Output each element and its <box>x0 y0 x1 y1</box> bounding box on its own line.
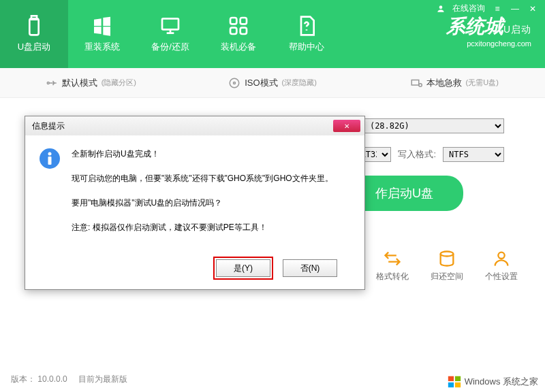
header: 在线咨询 ≡ — ✕ U盘启动 重装系统 备份/还原 装机必备 帮助中心 系统城… <box>0 0 545 68</box>
tab-sublabel: (隐藏分区) <box>102 78 136 88</box>
tab-sublabel: (深度隐藏) <box>282 78 317 88</box>
footer: 版本： 10.0.0.0 目前为最新版 <box>11 374 127 385</box>
monitor-icon <box>159 15 181 37</box>
nav-backup[interactable]: 备份/还原 <box>136 0 204 68</box>
nav-help[interactable]: 帮助中心 <box>272 0 341 68</box>
nav-label: U盘启动 <box>18 41 50 53</box>
write-select[interactable]: NTFS <box>443 147 504 162</box>
brand-name: 系统城 <box>446 16 503 37</box>
person-icon <box>492 249 511 268</box>
svg-rect-6 <box>230 28 236 34</box>
write-label: 写入格式: <box>398 148 436 161</box>
svg-rect-4 <box>230 18 236 24</box>
tool-space[interactable]: 归还空间 <box>431 249 463 282</box>
version-value: 10.0.0.0 <box>37 374 67 384</box>
apps-icon <box>228 15 249 37</box>
svg-point-14 <box>441 252 454 257</box>
svg-rect-7 <box>240 28 247 34</box>
svg-point-15 <box>498 252 504 259</box>
tab-sublabel: (无需U盘) <box>466 78 499 88</box>
svg-point-9 <box>230 78 239 88</box>
tab-local[interactable]: 本地急救 (无需U盘) <box>363 68 545 97</box>
version-status: 目前为最新版 <box>78 374 127 384</box>
yes-button[interactable]: 是(Y) <box>216 259 270 277</box>
nav-reinstall[interactable]: 重装系统 <box>68 0 136 68</box>
windows-icon <box>91 15 113 37</box>
support-icon <box>436 4 446 14</box>
svg-point-8 <box>47 82 49 84</box>
disk-icon <box>437 249 456 268</box>
svg-point-21 <box>48 152 52 156</box>
consult-link[interactable]: 在线咨询 <box>452 3 485 14</box>
version-label: 版本： <box>11 374 35 384</box>
convert-icon <box>383 249 402 268</box>
dialog-text: 全新制作启动U盘完成！ 现可启动您的电脑，但要"装系统"还得下载"GHO系统"到… <box>72 148 333 246</box>
dialog-titlebar: 信息提示 ✕ <box>25 116 364 135</box>
tool-label: 归还空间 <box>431 271 463 282</box>
nav-label: 备份/还原 <box>151 41 189 53</box>
watermark: Windows 系统之家 <box>447 374 538 389</box>
dialog-buttons: 是(Y) 否(N) <box>25 252 364 289</box>
tab-label: ISO模式 <box>245 77 277 89</box>
usb-small-icon <box>46 77 58 89</box>
svg-rect-5 <box>240 18 247 24</box>
tab-iso[interactable]: ISO模式 (深度隐藏) <box>182 68 364 97</box>
nav-label: 装机必备 <box>221 41 256 53</box>
dialog-line2: 现可启动您的电脑，但要"装系统"还得下载"GHO系统"到GHO文件夹里。 <box>72 172 333 184</box>
nav-usb-boot[interactable]: U盘启动 <box>0 0 68 68</box>
svg-rect-1 <box>29 18 38 35</box>
dialog-line4: 注意: 模拟器仅作启动测试，建议不要测试PE等工具！ <box>72 221 333 233</box>
brand-domain: pcxitongcheng.com <box>446 39 531 48</box>
info-icon <box>39 148 61 246</box>
dialog-title: 信息提示 <box>32 120 65 132</box>
minimize-icon[interactable]: — <box>510 4 520 14</box>
dialog-line3: 要用"电脑模拟器"测试U盘的启动情况吗？ <box>72 197 333 209</box>
svg-point-0 <box>439 5 443 9</box>
svg-point-12 <box>418 83 422 86</box>
disc-icon <box>228 77 240 89</box>
svg-rect-3 <box>162 18 178 29</box>
no-button[interactable]: 否(N) <box>283 259 337 277</box>
nav-label: 帮助中心 <box>289 41 324 53</box>
brand: 系统城U启动 pcxitongcheng.com <box>446 14 531 48</box>
tab-default[interactable]: 默认模式 (隐藏分区) <box>0 68 182 97</box>
windows-logo-icon <box>447 374 462 389</box>
rescue-icon <box>410 77 422 89</box>
tool-label: 格式转化 <box>376 271 409 282</box>
svg-rect-11 <box>411 80 419 85</box>
tool-convert[interactable]: 格式转化 <box>376 249 409 282</box>
tabs: 默认模式 (隐藏分区) ISO模式 (深度隐藏) 本地急救 (无需U盘) <box>0 68 545 98</box>
tool-label: 个性设置 <box>485 271 518 282</box>
tab-label: 本地急救 <box>426 77 462 89</box>
watermark-text: Windows 系统之家 <box>465 376 538 388</box>
tab-label: 默认模式 <box>62 77 97 89</box>
nav-label: 重装系统 <box>84 41 120 53</box>
dialog-line1: 全新制作启动U盘完成！ <box>72 148 333 160</box>
dialog-close-button[interactable]: ✕ <box>333 120 360 132</box>
usb-icon <box>23 15 45 37</box>
menu-icon[interactable]: ≡ <box>492 4 503 14</box>
dialog-body: 全新制作启动U盘完成！ 现可启动您的电脑，但要"装系统"还得下载"GHO系统"到… <box>25 135 364 252</box>
help-icon <box>296 15 317 37</box>
svg-rect-17 <box>455 376 461 381</box>
svg-rect-18 <box>448 382 453 387</box>
svg-rect-19 <box>455 382 461 387</box>
tool-settings[interactable]: 个性设置 <box>485 249 518 282</box>
close-icon[interactable]: ✕ <box>527 4 538 14</box>
info-dialog: 信息提示 ✕ 全新制作启动U盘完成！ 现可启动您的电脑，但要"装系统"还得下载"… <box>25 116 365 290</box>
svg-rect-22 <box>48 157 52 165</box>
svg-rect-16 <box>448 376 453 381</box>
brand-sub: U启动 <box>503 24 531 35</box>
nav-essentials[interactable]: 装机必备 <box>204 0 272 68</box>
svg-point-10 <box>234 82 236 84</box>
